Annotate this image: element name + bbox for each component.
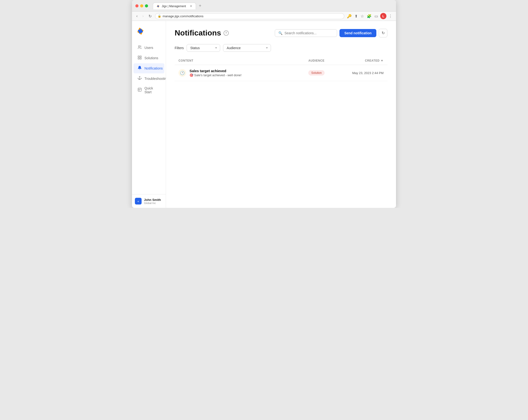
- notification-subtitle: 🎯 Sale's target achieved - well done!: [190, 73, 241, 77]
- sort-icon: ▼: [381, 59, 384, 62]
- tab-close-icon[interactable]: ✕: [190, 4, 192, 8]
- new-tab-button[interactable]: +: [197, 2, 204, 9]
- notifications-table: CONTENT AUDIENCE CREATED ▼ 🕐 Sales targe…: [175, 57, 387, 81]
- minimize-button[interactable]: [140, 4, 143, 7]
- page-title: Notifications: [175, 28, 221, 37]
- col-header-created: CREATED ▼: [336, 59, 384, 62]
- user-org: Global Inc: [144, 202, 161, 204]
- url-text: manage.jigx.com/notifications: [163, 14, 204, 18]
- share-icon[interactable]: ⬆: [354, 13, 358, 19]
- extensions-icon[interactable]: 🧩: [366, 13, 372, 19]
- svg-rect-6: [140, 56, 141, 57]
- sidebar-troubleshooting-label: Troubleshooting: [144, 77, 168, 81]
- sidebar-item-quickstart[interactable]: Quick Start: [133, 84, 164, 96]
- page-header: Notifications ? 🔍 Send notification ↻: [175, 28, 387, 37]
- main-content: Notifications ? 🔍 Send notification ↻ Fi…: [166, 21, 396, 208]
- help-icon[interactable]: ?: [224, 30, 229, 36]
- profile-button[interactable]: L: [380, 13, 386, 19]
- notification-title: Sales target achieved: [190, 69, 241, 73]
- bookmark-icon[interactable]: ☆: [360, 13, 365, 19]
- table-row[interactable]: 🕐 Sales target achieved 🎯 Sale's target …: [175, 65, 387, 81]
- status-filter[interactable]: Status: [187, 44, 220, 52]
- reader-icon[interactable]: ▭: [374, 13, 379, 19]
- sidebar-notifications-label: Notifications: [144, 66, 163, 70]
- sidebar-item-troubleshooting[interactable]: Troubleshooting: [133, 74, 164, 84]
- sidebar-solutions-label: Solutions: [144, 56, 158, 60]
- col-header-audience: AUDIENCE: [297, 59, 336, 62]
- troubleshooting-icon: [137, 76, 142, 81]
- menu-icon[interactable]: ⋮: [388, 13, 393, 19]
- notification-created: May 23, 2023 2:44 PM: [336, 71, 384, 75]
- app-logo: [132, 25, 166, 42]
- svg-rect-7: [140, 58, 141, 59]
- col-header-content: CONTENT: [179, 59, 297, 62]
- collapse-sidebar-button[interactable]: «: [135, 198, 142, 204]
- browser-tab[interactable]: Jigx | Management ✕: [153, 3, 196, 9]
- svg-rect-5: [138, 56, 139, 57]
- reload-button[interactable]: ↻: [147, 13, 153, 19]
- svg-rect-10: [138, 88, 141, 91]
- users-icon: [137, 45, 142, 50]
- filters-label: Filters: [175, 46, 184, 50]
- forward-button[interactable]: ›: [141, 13, 145, 19]
- send-notification-button[interactable]: Send notification: [339, 29, 376, 37]
- svg-rect-8: [138, 58, 139, 59]
- search-input[interactable]: [284, 31, 334, 35]
- notification-icon: 🕐: [179, 69, 186, 77]
- user-name: John Smith: [144, 198, 161, 202]
- key-icon[interactable]: 🔑: [346, 13, 352, 19]
- sidebar-footer: « John Smith Global Inc: [132, 194, 166, 208]
- audience-filter[interactable]: Audience: [223, 44, 271, 52]
- search-box: 🔍: [275, 29, 337, 37]
- filters-row: Filters Status Audience: [175, 44, 387, 52]
- svg-point-4: [138, 46, 140, 47]
- sidebar-nav: Users Solutions: [132, 42, 166, 194]
- quickstart-icon: [137, 87, 142, 93]
- sidebar-item-solutions[interactable]: Solutions: [133, 53, 164, 63]
- tab-title: Jigx | Management: [162, 5, 186, 8]
- notifications-icon: [137, 66, 142, 71]
- address-bar: 🔒 manage.jigx.com/notifications: [155, 13, 344, 19]
- maximize-button[interactable]: [145, 4, 148, 7]
- refresh-button[interactable]: ↻: [379, 29, 387, 37]
- tab-favicon: [156, 5, 160, 8]
- search-icon: 🔍: [278, 31, 282, 35]
- sidebar: Users Solutions: [132, 21, 166, 208]
- audience-badge: Solution: [308, 70, 324, 75]
- sidebar-users-label: Users: [144, 46, 153, 50]
- solutions-icon: [137, 55, 142, 61]
- sidebar-item-users[interactable]: Users: [133, 43, 164, 53]
- back-button[interactable]: ‹: [135, 13, 139, 19]
- close-button[interactable]: [135, 4, 138, 7]
- sidebar-quickstart-label: Quick Start: [144, 86, 160, 94]
- lock-icon: 🔒: [158, 14, 161, 18]
- sidebar-item-notifications[interactable]: Notifications: [133, 63, 164, 73]
